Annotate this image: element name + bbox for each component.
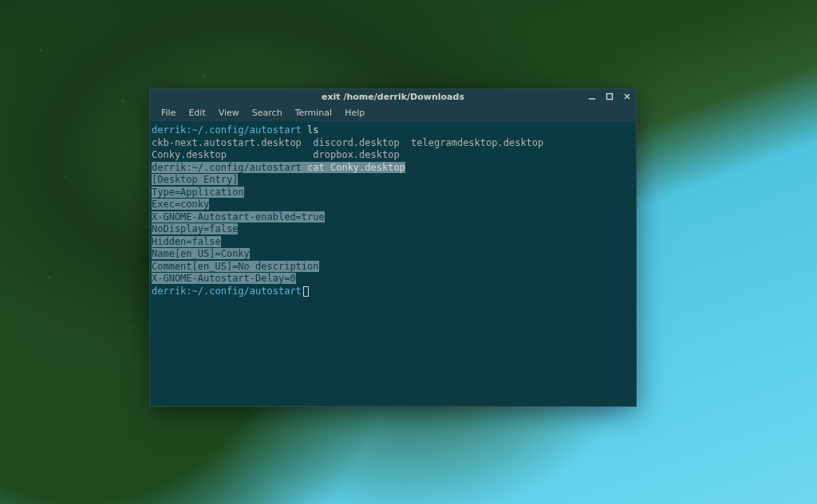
menu-search[interactable]: Search [247,106,287,120]
ls-output-row: Conky.desktop dropbox.desktop [152,149,400,160]
menubar: File Edit View Search Terminal Help [150,104,636,121]
menu-help[interactable]: Help [340,106,369,120]
cat-output-line: [Desktop Entry] [152,174,238,185]
command-cat: cat Conky.desktop [302,162,405,173]
prompt: derrik:~/.config/autostart [152,124,302,136]
command-ls: ls [302,124,319,136]
maximize-button[interactable] [604,91,615,102]
cursor [303,286,309,297]
cat-output-line: X-GNOME-Autostart-Delay=0 [152,273,296,284]
prompt: derrik:~/.config/autostart [152,285,302,297]
window-title: exit /home/derrik/Downloads [322,92,464,102]
minimize-button[interactable] [586,91,598,102]
menu-terminal[interactable]: Terminal [290,106,337,120]
cat-output-line: Comment[en_US]=No description [152,261,319,272]
terminal-content[interactable]: derrik:~/.config/autostart ls ckb-next.a… [150,121,636,406]
terminal-window: exit /home/derrik/Downloads File Edit Vi… [149,89,637,407]
cat-output-line: Exec=conky [152,199,209,210]
cat-output-line: X-GNOME-Autostart-enabled=true [152,211,325,222]
cat-output-line: Hidden=false [152,236,221,247]
ls-output-row: ckb-next.autostart.desktop discord.deskt… [152,137,543,148]
close-button[interactable] [622,91,633,102]
window-titlebar[interactable]: exit /home/derrik/Downloads [150,89,636,104]
cat-output-line: Name[en_US]=Conky [152,248,250,259]
menu-file[interactable]: File [156,106,180,120]
cat-output-line: Type=Application [152,187,244,198]
window-controls [586,91,633,102]
menu-edit[interactable]: Edit [184,106,210,120]
menu-view[interactable]: View [214,106,244,120]
cat-output-line: NoDisplay=false [152,223,238,234]
svg-rect-1 [607,94,613,100]
prompt: derrik:~/.config/autostart [152,162,302,173]
